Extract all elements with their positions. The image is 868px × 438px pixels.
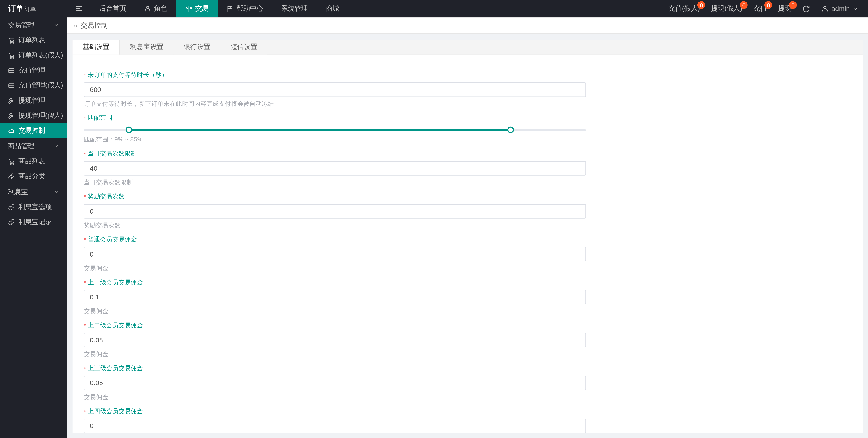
notify-3[interactable]: 提现0 xyxy=(772,0,797,17)
tab-label: 基础设置 xyxy=(83,42,109,52)
notify-label: 提现(假人) xyxy=(711,4,742,13)
card-icon xyxy=(8,82,15,89)
sidebar-group-2[interactable]: 利息宝 xyxy=(0,184,67,200)
sidebar-item-label: 提现管理(假人) xyxy=(18,111,63,121)
refresh-button[interactable] xyxy=(797,0,816,17)
svg-point-7 xyxy=(10,58,11,58)
notify-label: 充值(假人) xyxy=(669,4,700,13)
field-label-text: 普通会员交易佣金 xyxy=(88,235,137,244)
topnav-item-2[interactable]: 交易 xyxy=(177,0,218,17)
slider-thumb-max[interactable] xyxy=(507,127,514,133)
sidebar-toggle-button[interactable] xyxy=(67,0,90,17)
notify-badge: 0 xyxy=(740,1,748,9)
sidebar-item-label: 订单列表 xyxy=(18,36,45,45)
sidebar-item-2-1[interactable]: 利息宝记录 xyxy=(0,215,67,230)
notify-1[interactable]: 提现(假人)0 xyxy=(705,0,748,17)
range-slider[interactable] xyxy=(84,128,586,132)
sidebar-item-0-0[interactable]: 订单列表 xyxy=(0,33,67,48)
input-comm3[interactable] xyxy=(84,376,586,390)
form-row-comm3: *上三级会员交易佣金交易佣金 xyxy=(84,364,586,401)
field-label: *当日交易次数限制 xyxy=(84,149,586,158)
user-menu[interactable]: admin xyxy=(816,0,864,17)
field-label-text: 匹配范围 xyxy=(88,114,113,122)
tab-2[interactable]: 银行设置 xyxy=(174,39,220,55)
top-bar: 订单 订单 后台首页角色交易帮助中心系统管理商城 充值(假人)0提现(假人)0充… xyxy=(0,0,868,17)
link-icon xyxy=(8,218,15,226)
sidebar-item-label: 交易控制 xyxy=(18,126,45,136)
field-label-text: 上一级会员交易佣金 xyxy=(88,278,143,287)
sidebar-group-0[interactable]: 交易管理 xyxy=(0,17,67,33)
input-wait[interactable] xyxy=(84,82,586,97)
sidebar-item-0-4[interactable]: 提现管理 xyxy=(0,93,67,108)
field-label: *未订单的支付等待时长（秒） xyxy=(84,71,586,79)
field-label: *上二级会员交易佣金 xyxy=(84,321,586,330)
field-help: 交易佣金 xyxy=(84,393,586,401)
notify-2[interactable]: 充值0 xyxy=(748,0,773,17)
sidebar-item-1-1[interactable]: 商品分类 xyxy=(0,169,67,184)
sidebar-item-label: 充值管理 xyxy=(18,66,45,75)
cloud-icon xyxy=(8,127,15,134)
required-asterisk: * xyxy=(84,150,86,157)
required-asterisk: * xyxy=(84,408,86,415)
sidebar-item-label: 商品分类 xyxy=(18,172,45,181)
logo-sub-text: 订单 xyxy=(25,5,36,13)
tab-label: 银行设置 xyxy=(184,42,210,52)
topnav-item-5[interactable]: 商城 xyxy=(317,0,348,17)
required-asterisk: * xyxy=(84,114,86,121)
topnav-item-1[interactable]: 角色 xyxy=(135,0,177,17)
app-logo: 订单 订单 xyxy=(0,4,67,13)
topnav-item-0[interactable]: 后台首页 xyxy=(90,0,135,17)
sidebar-item-2-0[interactable]: 利息宝选项 xyxy=(0,200,67,215)
topnav-item-3[interactable]: 帮助中心 xyxy=(218,0,272,17)
field-label-text: 上二级会员交易佣金 xyxy=(88,321,143,330)
sidebar: 交易管理订单列表订单列表(假人)充值管理充值管理(假人)提现管理提现管理(假人)… xyxy=(0,17,67,438)
cart-icon xyxy=(8,37,15,44)
field-label: *上三级会员交易佣金 xyxy=(84,364,586,372)
form-row-comm4: *上四级会员交易佣金交易佣金 xyxy=(84,407,586,433)
svg-point-5 xyxy=(10,42,11,43)
sidebar-group-title: 商品管理 xyxy=(8,141,35,151)
sidebar-item-0-3[interactable]: 充值管理(假人) xyxy=(0,78,67,93)
notify-badge: 0 xyxy=(698,1,706,9)
topnav-item-4[interactable]: 系统管理 xyxy=(272,0,317,17)
sidebar-item-label: 充值管理(假人) xyxy=(18,81,63,91)
field-label-text: 上三级会员交易佣金 xyxy=(88,364,143,372)
cart-icon xyxy=(8,52,15,59)
input-comm4[interactable] xyxy=(84,419,586,433)
field-label: *上四级会员交易佣金 xyxy=(84,407,586,415)
input-dailylimit[interactable] xyxy=(84,161,586,176)
breadcrumb-icon: » xyxy=(74,22,78,30)
input-comm0[interactable] xyxy=(84,247,586,262)
slider-thumb-min[interactable] xyxy=(126,127,132,133)
sidebar-item-label: 订单列表(假人) xyxy=(18,50,63,60)
topnav-label: 系统管理 xyxy=(281,4,308,13)
required-asterisk: * xyxy=(84,193,86,200)
form-row-range: *匹配范围 匹配范围：9% ~ 85% xyxy=(84,114,586,144)
field-help: 匹配范围：9% ~ 85% xyxy=(84,135,586,144)
sidebar-item-1-0[interactable]: 商品列表 xyxy=(0,154,67,169)
field-label: *奖励交易次数 xyxy=(84,192,586,201)
sidebar-group-1[interactable]: 商品管理 xyxy=(0,138,67,154)
tab-0[interactable]: 基础设置 xyxy=(72,39,120,55)
input-rewardcnt[interactable] xyxy=(84,204,586,218)
sidebar-item-0-2[interactable]: 充值管理 xyxy=(0,63,67,78)
wrench-icon xyxy=(8,97,15,104)
flag-icon xyxy=(227,5,234,12)
sidebar-item-0-5[interactable]: 提现管理(假人) xyxy=(0,108,67,124)
tab-1[interactable]: 利息宝设置 xyxy=(120,39,174,55)
tab-3[interactable]: 短信设置 xyxy=(220,39,267,55)
wrench-icon xyxy=(8,112,15,119)
sidebar-item-0-6[interactable]: 交易控制 xyxy=(0,123,67,138)
link-icon xyxy=(8,173,15,180)
tab-label: 短信设置 xyxy=(230,42,257,52)
topnav-label: 后台首页 xyxy=(99,4,126,13)
chevron-down-icon xyxy=(54,189,59,195)
scale-icon xyxy=(185,5,192,12)
sidebar-item-0-1[interactable]: 订单列表(假人) xyxy=(0,48,67,63)
input-comm2[interactable] xyxy=(84,333,586,347)
top-nav: 后台首页角色交易帮助中心系统管理商城 xyxy=(90,0,348,17)
input-comm1[interactable] xyxy=(84,290,586,304)
content-panel: 基础设置利息宝设置银行设置短信设置 *未订单的支付等待时长（秒）订单支付等待时长… xyxy=(72,39,863,433)
notify-0[interactable]: 充值(假人)0 xyxy=(663,0,705,17)
field-label-text: 当日交易次数限制 xyxy=(88,149,137,158)
